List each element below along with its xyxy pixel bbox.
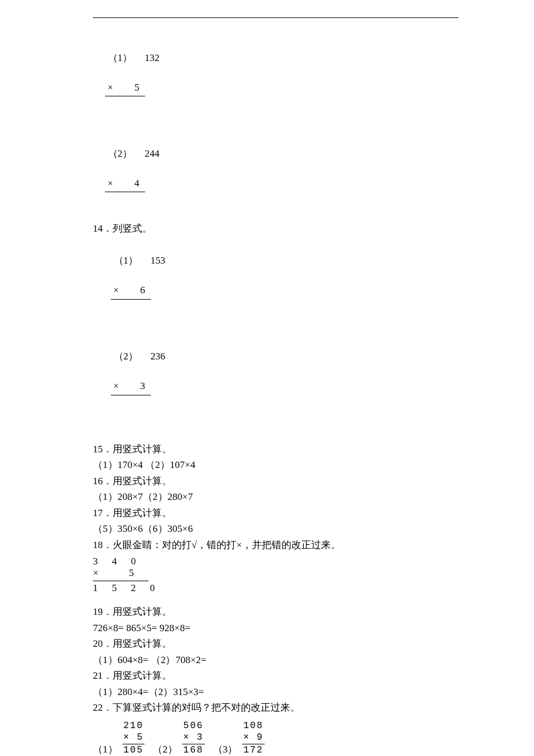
top-rule	[93, 17, 459, 18]
q19-line: 726×8= 865×5= 928×8=	[93, 621, 459, 636]
q22-top-1: 210	[122, 720, 145, 732]
q22-item-3: （3） 108 × 9 172	[213, 720, 265, 756]
q22-item-1: （1） 210 × 5 105	[93, 720, 145, 756]
q14-p1-label: （1）	[114, 255, 139, 266]
q20-line: （1）604×8= （2）708×2=	[93, 653, 459, 668]
q14-part1: （1） 153 × 6	[99, 239, 459, 300]
q22-res-2: 168	[182, 744, 205, 756]
q21-title: 21．用竖式计算。	[93, 668, 459, 683]
q22-lbl-1: （1）	[93, 742, 118, 756]
q22-title: 22．下算竖式计算的对吗？把不对的改正过来。	[93, 700, 459, 715]
q13-p1-mult: × 5	[105, 80, 145, 97]
q13-p2-label: （2）	[108, 148, 133, 159]
q22-mult-2: × 3	[182, 732, 205, 744]
q16-title: 16．用竖式计算。	[93, 474, 459, 489]
q13-p1-top: 132	[145, 52, 160, 63]
q18-rule	[93, 581, 149, 581]
q22-group: （1） 210 × 5 105 （2） 506 × 3 168 （3） 108 …	[93, 720, 459, 756]
q17-title: 17．用竖式计算。	[93, 506, 459, 521]
q13-p1-label: （1）	[108, 52, 133, 63]
q22-top-2: 506	[182, 720, 205, 732]
q14-part2: （2） 236 × 3	[99, 334, 459, 395]
q20-title: 20．用竖式计算。	[93, 636, 459, 651]
q16-line: （1）208×7（2）280×7	[93, 489, 459, 505]
q22-lbl-2: （2）	[153, 742, 178, 756]
q15-title: 15．用竖式计算。	[93, 442, 459, 457]
page-content: （1） 132 × 5 （2） 244 × 4 14．列竖式。 （1） 153 …	[0, 0, 534, 756]
q14-p1-mult: × 6	[111, 283, 151, 300]
q14-p2-mult: × 3	[111, 379, 151, 395]
q14-p1-top: 153	[150, 255, 165, 266]
q22-mult-3: × 9	[242, 732, 265, 744]
q18-title: 18．火眼金睛：对的打√，错的打×，并把错的改正过来。	[93, 538, 459, 553]
q13-part2: （2） 244 × 4	[93, 131, 459, 192]
q18-row1: 3 4 0	[93, 556, 459, 567]
q22-item-2: （2） 506 × 3 168	[153, 720, 204, 756]
q14-p2-top: 236	[150, 351, 165, 362]
q15-line: （1）170×4 （2）107×4	[93, 458, 459, 473]
q22-res-1: 105	[122, 744, 145, 756]
q19-title: 19．用竖式计算。	[93, 604, 459, 620]
q14-p2-label: （2）	[114, 351, 139, 362]
q17-line: （5）350×6（6）305×6	[93, 521, 459, 537]
q22-mult-1: × 5	[122, 732, 145, 744]
q18-row2: × 5	[93, 567, 459, 579]
q13-part1: （1） 132 × 5	[93, 35, 459, 96]
q14-title: 14．列竖式。	[93, 221, 459, 236]
q21-line: （1）280×4=（2）315×3=	[93, 685, 459, 700]
q13-p2-top: 244	[145, 148, 160, 159]
q22-res-3: 172	[242, 744, 265, 756]
q22-top-3: 108	[242, 720, 265, 732]
q18-row3: 1 5 2 0	[93, 582, 459, 594]
q22-lbl-3: （3）	[213, 742, 238, 756]
q13-p2-mult: × 4	[105, 176, 145, 193]
q18-work: 3 4 0 × 5 1 5 2 0	[93, 556, 459, 594]
